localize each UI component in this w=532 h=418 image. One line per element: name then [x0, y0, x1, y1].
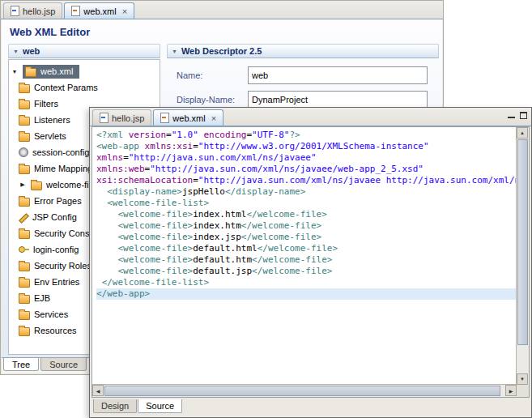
- name-field-row: Name:: [177, 66, 439, 84]
- tree-item-label: Listeners: [34, 115, 70, 125]
- folder-icon: [19, 230, 30, 239]
- tab-source[interactable]: Source: [138, 399, 182, 413]
- vertical-scroll-thumb[interactable]: [517, 139, 528, 345]
- gear-icon: [19, 147, 28, 157]
- chevron-down-icon: ▼: [13, 49, 19, 54]
- code-line[interactable]: xmlns:web="http://java.sun.com/xml/ns/ja…: [96, 164, 517, 175]
- code-line[interactable]: <welcome-file-list>: [96, 198, 517, 209]
- tree-item-label: login-config: [33, 245, 79, 254]
- tree-item-context-params[interactable]: Context Params: [9, 79, 160, 96]
- page-title: Web XML Editor: [2, 19, 442, 41]
- chevron-down-icon: ▼: [172, 49, 177, 54]
- expander-icon[interactable]: ▼: [11, 69, 19, 75]
- display-name-field-row: Display-Name:: [177, 91, 439, 109]
- tree-selection: web.xml: [23, 65, 79, 79]
- tab-web-xml[interactable]: web.xml ×: [153, 109, 223, 126]
- tree-section-header[interactable]: ▼ web: [8, 44, 160, 58]
- tab-hello-jsp[interactable]: hello.jsp: [92, 109, 151, 126]
- tree-item-label: session-config: [32, 147, 89, 157]
- folder-icon: [19, 133, 30, 142]
- descriptor-section-title: Web Descriptor 2.5: [181, 46, 262, 56]
- source-editor-window: hello.jsp web.xml × <?xml version="1.0" …: [89, 107, 532, 418]
- folder-icon: [31, 181, 42, 190]
- tree-item-label: Context Params: [34, 83, 98, 92]
- tree-item-label: Mime Mappings: [34, 164, 97, 173]
- tab-label: Source: [146, 401, 174, 411]
- tree-item-web-xml[interactable]: ▼ web.xml: [9, 63, 160, 79]
- folder-icon: [19, 198, 30, 207]
- code-line[interactable]: <welcome-file>index.jsp</welcome-file>: [96, 232, 517, 243]
- folder-icon: [19, 327, 30, 336]
- code-line[interactable]: <welcome-file>default.jsp</welcome-file>: [96, 266, 517, 277]
- code-line[interactable]: <?xml version="1.0" encoding="UTF-8"?>: [96, 130, 517, 141]
- tab-label: hello.jsp: [23, 6, 55, 16]
- scroll-right-icon[interactable]: ▶: [505, 385, 517, 396]
- name-label: Name:: [177, 70, 248, 80]
- key-icon: [19, 246, 29, 253]
- display-name-field[interactable]: [248, 91, 428, 109]
- code-line[interactable]: <welcome-file>index.htm</welcome-file>: [96, 220, 517, 232]
- name-field[interactable]: [248, 66, 428, 84]
- code-line[interactable]: <welcome-file>index.html</welcome-file>: [96, 209, 517, 220]
- descriptor-section-header[interactable]: ▼ Web Descriptor 2.5: [167, 44, 439, 58]
- display-name-label: Display-Name:: [177, 95, 248, 104]
- tree-section-title: web: [23, 46, 40, 56]
- code-line[interactable]: <welcome-file>default.html</welcome-file…: [96, 243, 517, 254]
- tree-item-label: Filters: [34, 99, 58, 109]
- tree-item-label: EJB: [34, 293, 50, 303]
- code-line[interactable]: xmlns="http://java.sun.com/xml/ns/javaee…: [96, 152, 517, 164]
- folder-icon: [19, 262, 30, 271]
- xml-file-icon: [71, 6, 80, 16]
- scroll-up-icon[interactable]: ▲: [517, 127, 528, 139]
- folder-icon: [19, 165, 30, 174]
- tab-source[interactable]: Source: [40, 358, 87, 371]
- tab-label: Design: [101, 401, 129, 411]
- tab-design[interactable]: Design: [93, 399, 137, 413]
- window-controls: [508, 112, 527, 119]
- folder-icon: [19, 295, 30, 304]
- code-line[interactable]: <display-name>jspHello</display-name>: [96, 186, 517, 198]
- minimize-icon[interactable]: [508, 112, 515, 119]
- folder-icon: [19, 279, 30, 288]
- jsp-file-icon: [11, 6, 19, 16]
- tab-web-xml[interactable]: web.xml ×: [64, 2, 134, 19]
- folder-icon: [19, 100, 30, 109]
- folder-icon: [19, 117, 30, 126]
- tree-item-label: Resources: [34, 326, 77, 335]
- vertical-scrollbar[interactable]: ▲ ▼: [516, 127, 529, 385]
- close-icon[interactable]: ×: [211, 114, 216, 122]
- tab-tree[interactable]: Tree: [3, 358, 39, 371]
- scroll-left-icon[interactable]: ◀: [92, 385, 104, 396]
- close-icon[interactable]: ×: [122, 7, 127, 15]
- bg-editor-tabbar: hello.jsp web.xml ×: [1, 1, 443, 19]
- jsp-file-icon: [100, 113, 109, 123]
- tab-hello-jsp[interactable]: hello.jsp: [3, 2, 62, 19]
- expander-icon[interactable]: ▶: [19, 181, 27, 188]
- fg-editor-tabbar: hello.jsp web.xml ×: [90, 108, 531, 126]
- code-area[interactable]: <?xml version="1.0" encoding="UTF-8"?><w…: [92, 127, 517, 385]
- scroll-down-icon[interactable]: ▼: [517, 373, 528, 385]
- code-line[interactable]: <web-app xmlns:xsi="http://www.w3.org/20…: [96, 141, 517, 152]
- fg-page-tabs: Design Source: [92, 399, 183, 416]
- horizontal-scrollbar[interactable]: ◀ ▶: [92, 384, 517, 397]
- tree-item-label: Services: [34, 309, 68, 319]
- folder-icon: [19, 84, 30, 93]
- tree-item-label: Security Roles: [34, 261, 92, 271]
- code-line[interactable]: xsi:schemaLocation="http://java.sun.com/…: [96, 175, 517, 186]
- folder-icon: [25, 68, 36, 77]
- xml-source-editor[interactable]: <?xml version="1.0" encoding="UTF-8"?><w…: [92, 126, 530, 398]
- tree-item-label: JSP Config: [32, 212, 77, 222]
- tree-item-label: Error Pages: [34, 196, 82, 206]
- horizontal-scroll-thumb[interactable]: [104, 386, 500, 396]
- tree-item-label: Env Entries: [34, 277, 79, 287]
- code-line[interactable]: </welcome-file-list>: [96, 277, 517, 288]
- tab-label: Source: [49, 360, 78, 369]
- screen: hello.jsp web.xml × Web XML Editor ▼ web…: [0, 0, 532, 418]
- maximize-icon[interactable]: [520, 112, 527, 119]
- code-line[interactable]: <welcome-file>default.htm</welcome-file>: [96, 254, 517, 266]
- tab-label: web.xml: [172, 113, 205, 123]
- folder-icon: [19, 311, 30, 320]
- tab-label: hello.jsp: [112, 113, 144, 123]
- tab-label: web.xml: [83, 6, 116, 16]
- code-line[interactable]: </web-app>: [96, 288, 517, 300]
